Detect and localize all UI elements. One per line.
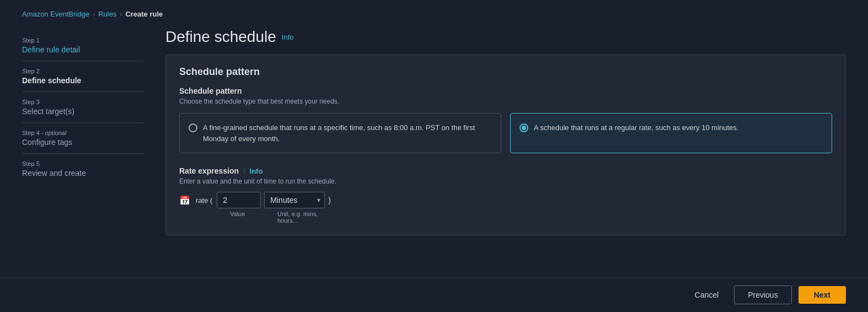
rate-expression-label: Rate expression: [179, 166, 239, 175]
sidebar-step-1: Step 1 Define rule detail: [22, 30, 143, 61]
radio-option-regular-rate[interactable]: A schedule that runs at a regular rate, …: [510, 113, 832, 153]
step2-label: Step 2: [22, 68, 143, 74]
sidebar-step-2: Step 2 Define schedule: [22, 61, 143, 92]
sidebar-step-3: Step 3 Select target(s): [22, 92, 143, 123]
rate-suffix: ): [328, 196, 331, 205]
step4-label: Step 4 - optional: [22, 130, 143, 136]
breadcrumb-sep-1: ›: [93, 10, 95, 18]
radio-btn-fine-grained[interactable]: [189, 123, 197, 132]
breadcrumb-eventbridge[interactable]: Amazon EventBridge: [22, 10, 89, 18]
main-layout: Step 1 Define rule detail Step 2 Define …: [0, 28, 868, 277]
rate-unit-sublabel: Unit, e.g. mins, hours...: [277, 211, 338, 224]
sidebar: Step 1 Define rule detail Step 2 Define …: [22, 28, 143, 277]
rate-sub-labels: Value Unit, e.g. mins, hours...: [179, 211, 832, 224]
rate-expression-row: 📅 rate ( Minutes Hours Days ): [179, 192, 832, 208]
step1-label: Step 1: [22, 37, 143, 44]
sidebar-item-define-schedule[interactable]: Define schedule: [22, 76, 143, 85]
rate-unit-select[interactable]: Minutes Hours Days: [264, 192, 325, 208]
breadcrumb-current: Create rule: [125, 10, 163, 18]
rate-value-sublabel: Value: [230, 211, 274, 224]
page-title-row: Define schedule Info: [165, 28, 846, 46]
sidebar-item-configure-tags[interactable]: Configure tags: [22, 138, 143, 147]
breadcrumb-rules[interactable]: Rules: [98, 10, 116, 18]
sidebar-item-review-create[interactable]: Review and create: [22, 169, 143, 177]
schedule-pattern-desc: Choose the schedule type that best meets…: [179, 98, 832, 105]
radio-text-regular-rate: A schedule that runs at a regular rate, …: [534, 122, 738, 133]
step5-label: Step 5: [22, 160, 143, 167]
sidebar-item-select-targets[interactable]: Select target(s): [22, 107, 143, 116]
radio-btn-regular-rate[interactable]: [519, 123, 528, 132]
breadcrumb-sep-2: ›: [120, 10, 122, 18]
page-wrapper: Amazon EventBridge › Rules › Create rule…: [0, 0, 868, 312]
radio-options: A fine-grained schedule that runs at a s…: [179, 113, 832, 153]
rate-expression-info-link[interactable]: Info: [250, 167, 263, 175]
rate-value-input[interactable]: [217, 192, 261, 208]
next-button[interactable]: Next: [799, 286, 846, 304]
sidebar-item-define-rule-detail[interactable]: Define rule detail: [22, 45, 143, 54]
card-title: Schedule pattern: [179, 66, 832, 78]
radio-option-fine-grained[interactable]: A fine-grained schedule that runs at a s…: [179, 113, 501, 153]
rate-expression-desc: Enter a value and the unit of time to ru…: [179, 177, 832, 185]
step3-label: Step 3: [22, 99, 143, 105]
sidebar-step-5: Step 5 Review and create: [22, 154, 143, 184]
rate-expression-title-row: Rate expression | Info: [179, 166, 832, 175]
calendar-icon: 📅: [179, 195, 190, 206]
page-title: Define schedule: [165, 28, 276, 46]
cancel-button[interactable]: Cancel: [686, 286, 728, 304]
page-info-link[interactable]: Info: [282, 33, 294, 41]
content-area: Define schedule Info Schedule pattern Sc…: [165, 28, 846, 277]
footer: Cancel Previous Next: [0, 277, 868, 312]
sidebar-step-4: Step 4 - optional Configure tags: [22, 123, 143, 154]
previous-button[interactable]: Previous: [734, 286, 791, 304]
rate-unit-select-wrapper: Minutes Hours Days: [264, 192, 325, 208]
radio-text-fine-grained: A fine-grained schedule that runs at a s…: [203, 122, 492, 144]
schedule-pattern-label: Schedule pattern: [179, 87, 832, 95]
rate-prefix: rate (: [196, 196, 212, 205]
breadcrumb: Amazon EventBridge › Rules › Create rule: [0, 0, 868, 28]
schedule-pattern-card: Schedule pattern Schedule pattern Choose…: [165, 55, 846, 235]
